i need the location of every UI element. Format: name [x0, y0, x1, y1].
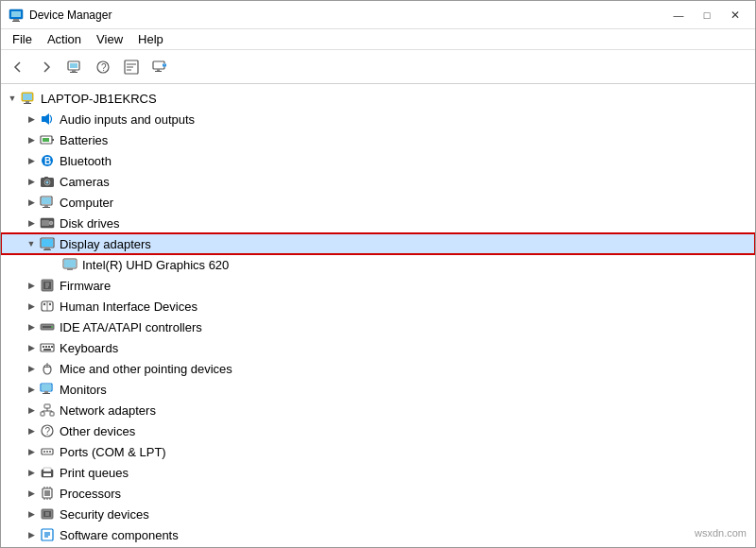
menu-file[interactable]: File: [5, 30, 40, 48]
tree-item-ports[interactable]: Ports (COM & LPT): [1, 441, 755, 462]
svg-point-70: [46, 363, 48, 365]
window-controls: — □ ✕: [666, 6, 747, 25]
disk-label: Disk drives: [60, 216, 120, 231]
back-button[interactable]: [5, 55, 31, 79]
svg-rect-65: [51, 346, 53, 348]
cameras-icon: [39, 173, 56, 190]
printq-icon: [39, 464, 56, 481]
tree-item-security[interactable]: Security devices: [1, 504, 755, 524]
tree-item-firmware[interactable]: Firmware: [1, 275, 755, 296]
tree-item-ide[interactable]: IDE ATA/ATAPI controllers: [1, 317, 755, 337]
tree-item-batteries[interactable]: Batteries: [1, 129, 755, 150]
menu-view[interactable]: View: [89, 30, 130, 48]
tree-item-mice[interactable]: Mice and other pointing devices: [1, 358, 755, 379]
minimize-button[interactable]: —: [666, 6, 691, 25]
tree-item-bluetooth[interactable]: B Bluetooth: [1, 150, 755, 171]
computer-button[interactable]: [61, 55, 88, 79]
menu-action[interactable]: Action: [40, 30, 89, 48]
svg-rect-43: [42, 239, 53, 247]
svg-point-86: [46, 451, 48, 453]
other-chevron: [24, 423, 39, 438]
svg-marker-24: [45, 113, 49, 125]
svg-rect-72: [42, 385, 51, 390]
hid-icon: [39, 298, 56, 315]
maximize-button[interactable]: □: [695, 6, 719, 25]
tree-item-disk[interactable]: Disk drives: [1, 213, 755, 233]
computer-root-icon: [20, 90, 37, 107]
tree-item-other[interactable]: ? Other devices: [1, 420, 755, 441]
firmware-label: Firmware: [60, 279, 111, 293]
titlebar: Device Manager — □ ✕: [1, 1, 755, 29]
tree-item-monitors[interactable]: Monitors: [1, 379, 755, 400]
forward-button[interactable]: [33, 55, 60, 79]
svg-text:?: ?: [45, 426, 51, 437]
firmware-icon: [39, 277, 56, 294]
tree-item-printq[interactable]: Print queues: [1, 462, 755, 483]
properties-icon: [124, 60, 139, 75]
computer-icon: [67, 60, 82, 75]
tree-item-cameras[interactable]: Cameras: [1, 171, 755, 192]
tree-item-hid[interactable]: Human Interface Devices: [1, 296, 755, 317]
intel-label: Intel(R) UHD Graphics 620: [82, 258, 229, 272]
svg-rect-2: [13, 19, 19, 21]
svg-rect-66: [43, 349, 51, 351]
properties-button[interactable]: [118, 55, 145, 79]
mice-label: Mice and other pointing devices: [60, 362, 232, 376]
batteries-chevron: [24, 132, 39, 147]
svg-rect-45: [43, 249, 51, 250]
svg-rect-64: [48, 346, 50, 348]
tree-item-network[interactable]: Network adapters: [1, 400, 755, 420]
ports-icon: [39, 443, 56, 460]
svg-rect-22: [24, 103, 31, 104]
audio-chevron: [24, 111, 39, 127]
bluetooth-chevron: [24, 153, 39, 168]
keyboards-chevron: [24, 340, 39, 355]
tree-item-display[interactable]: Display adapters: [1, 233, 755, 254]
svg-point-85: [43, 451, 45, 453]
computer-label: Computer: [60, 196, 113, 210]
menu-help[interactable]: Help: [130, 30, 171, 48]
back-icon: [10, 60, 26, 75]
svg-rect-63: [45, 346, 47, 348]
window-title: Device Manager: [29, 9, 112, 22]
mice-chevron: [24, 361, 39, 376]
titlebar-icon: [9, 8, 24, 23]
help-icon: ?: [95, 60, 111, 75]
other-label: Other devices: [60, 424, 135, 438]
svg-point-41: [50, 222, 52, 224]
tree-item-processors[interactable]: Processors: [1, 483, 755, 504]
svg-rect-33: [44, 177, 48, 179]
svg-rect-92: [44, 490, 50, 496]
network-label: Network adapters: [60, 403, 156, 418]
tree-item-softdev[interactable]: Software devices: [1, 545, 755, 547]
monitor-button[interactable]: !: [146, 55, 173, 79]
svg-rect-47: [64, 260, 76, 267]
ide-icon: [39, 318, 56, 335]
softcomp-chevron: [24, 527, 39, 542]
svg-point-60: [51, 326, 53, 328]
tree-item-keyboards[interactable]: Keyboards: [1, 337, 755, 358]
tree-item-computer[interactable]: Computer: [1, 192, 755, 213]
svg-point-32: [46, 181, 49, 184]
svg-rect-48: [67, 268, 73, 270]
cameras-label: Cameras: [60, 175, 110, 189]
svg-rect-74: [43, 393, 50, 394]
close-button[interactable]: ✕: [723, 6, 747, 25]
svg-rect-37: [43, 207, 50, 208]
audio-icon: [39, 111, 56, 128]
menubar: File Action View Help: [1, 29, 755, 50]
tree-item-audio[interactable]: Audio inputs and outputs: [1, 109, 755, 129]
tree-item-intel[interactable]: Intel(R) UHD Graphics 620: [1, 254, 755, 275]
svg-text:?: ?: [101, 62, 107, 73]
mice-icon: [39, 360, 56, 377]
tree-root[interactable]: LAPTOP-JB1EKRCS: [1, 88, 755, 109]
tree-item-softcomp[interactable]: Software components: [1, 524, 755, 545]
help-button[interactable]: ?: [90, 55, 116, 79]
svg-text:!: !: [163, 62, 165, 68]
processors-chevron: [24, 486, 39, 501]
monitors-label: Monitors: [60, 383, 107, 397]
svg-rect-26: [52, 139, 54, 141]
device-tree[interactable]: LAPTOP-JB1EKRCS Audio inputs and outputs: [1, 84, 755, 547]
monitors-chevron: [24, 382, 39, 397]
monitor-icon: !: [152, 60, 167, 75]
